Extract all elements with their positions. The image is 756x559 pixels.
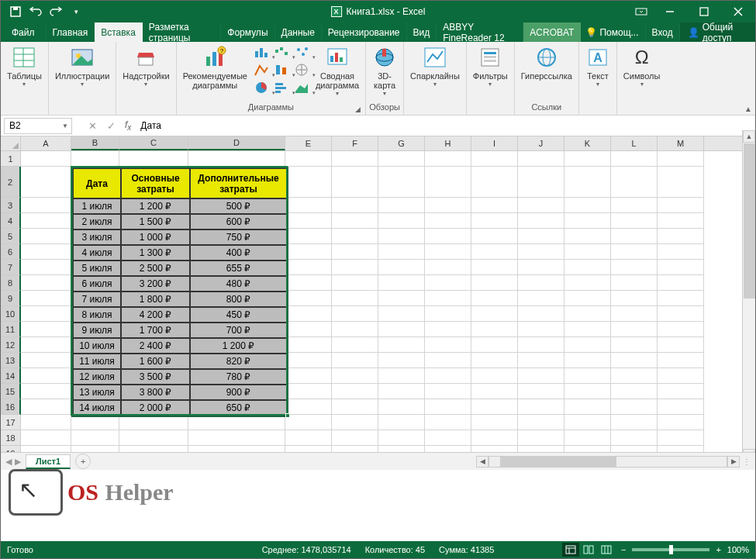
cell[interactable] — [564, 213, 611, 229]
cell[interactable] — [332, 198, 378, 213]
cell[interactable] — [658, 198, 704, 213]
table-cell[interactable]: 1 200 ₽ — [190, 338, 287, 354]
cell[interactable] — [425, 275, 471, 291]
page-layout-view-icon[interactable] — [580, 543, 597, 557]
table-cell[interactable]: 3 200 ₽ — [121, 276, 190, 292]
table-cell[interactable]: 450 ₽ — [190, 307, 287, 323]
cell[interactable] — [425, 415, 471, 430]
cell[interactable] — [518, 337, 564, 353]
col-header-B[interactable]: B — [71, 136, 119, 150]
table-cell[interactable]: 650 ₽ — [190, 400, 287, 416]
cell[interactable] — [21, 244, 71, 260]
cell[interactable] — [21, 198, 71, 213]
formula-input[interactable] — [137, 120, 755, 131]
tab-abbyy-finereader-12[interactable]: ABBYY FineReader 12 — [437, 22, 523, 42]
cell[interactable] — [611, 415, 658, 430]
cell[interactable] — [332, 337, 378, 353]
cell[interactable] — [285, 368, 332, 384]
col-header-J[interactable]: J — [518, 136, 564, 150]
cell[interactable] — [425, 353, 471, 368]
cell[interactable] — [378, 337, 425, 353]
col-header-F[interactable]: F — [332, 136, 378, 150]
tab-разметка-страницы[interactable]: Разметка страницы — [143, 22, 221, 42]
cell[interactable] — [21, 229, 71, 244]
cell[interactable] — [21, 167, 71, 198]
cell[interactable] — [21, 322, 71, 337]
cell[interactable] — [378, 368, 425, 384]
cell[interactable] — [518, 368, 564, 384]
table-cell[interactable]: 4 200 ₽ — [121, 307, 190, 323]
undo-icon[interactable] — [27, 3, 44, 20]
cell[interactable] — [332, 151, 378, 167]
cell[interactable] — [21, 306, 71, 322]
cell[interactable] — [425, 399, 471, 415]
cell[interactable] — [518, 430, 564, 446]
table-cell[interactable]: 4 июля — [73, 245, 121, 261]
col-header-D[interactable]: D — [188, 136, 285, 150]
area-chart-icon[interactable]: ▾ — [292, 43, 311, 60]
cell[interactable] — [518, 167, 564, 198]
tab-file[interactable]: Файл — [1, 22, 47, 42]
table-cell[interactable]: 14 июля — [73, 400, 121, 416]
cell[interactable] — [518, 260, 564, 275]
tab-split-icon[interactable]: ⋮ — [743, 457, 755, 466]
cell[interactable] — [21, 353, 71, 368]
recommended-charts-button[interactable]: ? Рекомендуемые диаграммы — [180, 43, 250, 91]
tab-вид[interactable]: Вид — [407, 22, 437, 42]
cell[interactable] — [378, 229, 425, 244]
cell[interactable] — [658, 415, 704, 430]
col-header-C[interactable]: C — [119, 136, 188, 150]
cell[interactable] — [471, 399, 518, 415]
cell[interactable] — [611, 306, 658, 322]
cell[interactable] — [564, 430, 611, 446]
col-header-E[interactable]: E — [285, 136, 332, 150]
cell[interactable] — [518, 244, 564, 260]
zoom-in-button[interactable]: + — [716, 545, 720, 554]
row-header[interactable]: 15 — [1, 384, 21, 399]
row-header[interactable]: 19 — [1, 446, 21, 452]
row-header[interactable]: 12 — [1, 337, 21, 353]
tab-рецензирование[interactable]: Рецензирование — [322, 22, 407, 42]
cell[interactable] — [21, 151, 71, 167]
tab-формулы[interactable]: Формулы — [221, 22, 274, 42]
filters-button[interactable]: Фильтры▾ — [470, 43, 511, 89]
cell[interactable] — [471, 291, 518, 306]
row-header[interactable]: 10 — [1, 306, 21, 322]
cell[interactable] — [332, 322, 378, 337]
table-cell[interactable]: 1 июля — [73, 198, 121, 214]
col-header-H[interactable]: H — [425, 136, 471, 150]
cell[interactable] — [285, 213, 332, 229]
table-cell[interactable]: 1 500 ₽ — [121, 214, 190, 229]
sheet-tab-active[interactable]: Лист1 — [26, 454, 71, 469]
table-cell[interactable]: 600 ₽ — [190, 214, 287, 229]
page-break-view-icon[interactable] — [598, 543, 615, 557]
cell[interactable] — [21, 260, 71, 275]
cell[interactable] — [285, 198, 332, 213]
cell[interactable] — [378, 384, 425, 399]
cell[interactable] — [611, 384, 658, 399]
hscroll-thumb[interactable] — [500, 457, 616, 467]
hyperlink-button[interactable]: Гиперссылка — [518, 43, 575, 82]
add-sheet-button[interactable]: + — [75, 454, 91, 469]
table-cell[interactable]: 13 июля — [73, 385, 121, 400]
cell[interactable] — [119, 151, 188, 167]
cell[interactable] — [332, 415, 378, 430]
row-header[interactable]: 4 — [1, 213, 21, 229]
cell[interactable] — [471, 384, 518, 399]
cell[interactable] — [658, 446, 704, 452]
cell[interactable] — [378, 244, 425, 260]
cell[interactable] — [425, 446, 471, 452]
cell[interactable] — [471, 198, 518, 213]
cell[interactable] — [332, 275, 378, 291]
table-cell[interactable]: 480 ₽ — [190, 276, 287, 292]
zoom-out-button[interactable]: − — [621, 545, 626, 554]
cell[interactable] — [471, 275, 518, 291]
cell[interactable] — [425, 244, 471, 260]
cell[interactable] — [285, 291, 332, 306]
cell[interactable] — [425, 306, 471, 322]
cell[interactable] — [658, 384, 704, 399]
table-cell[interactable]: 800 ₽ — [190, 292, 287, 307]
table-cell[interactable]: 900 ₽ — [190, 385, 287, 400]
cell[interactable] — [658, 167, 704, 198]
cell[interactable] — [332, 167, 378, 198]
